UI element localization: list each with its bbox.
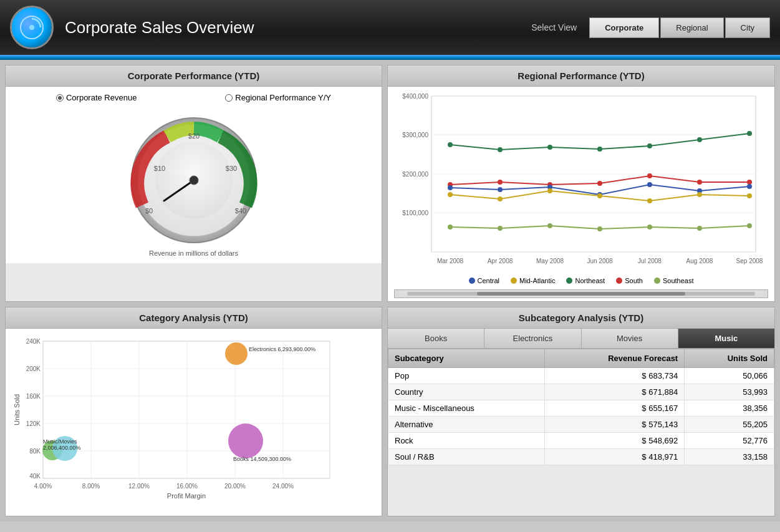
svg-text:2,006,400.00%: 2,006,400.00% (43, 445, 81, 451)
accent-bar (0, 55, 780, 60)
svg-point-53 (597, 193, 602, 198)
select-view-label: Select View (531, 22, 577, 32)
svg-text:$20: $20 (188, 132, 199, 140)
regional-performance-body: $400,000 $300,000 $200,000 $100,000 Mar … (388, 87, 774, 301)
svg-text:$30: $30 (225, 165, 236, 172)
regional-chart: $400,000 $300,000 $200,000 $100,000 Mar … (394, 90, 768, 271)
table-row: Alternative$ 575,14355,205 (388, 417, 774, 433)
svg-text:$0: $0 (145, 207, 152, 215)
svg-text:Electronics 6,293,900.00%: Electronics 6,293,900.00% (249, 346, 315, 352)
svg-text:Apr 2008: Apr 2008 (488, 258, 513, 264)
svg-point-31 (547, 145, 552, 150)
svg-point-51 (498, 196, 503, 201)
tab-city[interactable]: City (725, 17, 770, 38)
radio-regional-yy[interactable]: Regional Performance Y/Y (225, 93, 331, 102)
svg-text:Jun 2008: Jun 2008 (587, 258, 613, 264)
legend-central: Central (469, 277, 499, 284)
table-cell: 53,993 (685, 384, 774, 400)
radio-corporate-revenue[interactable]: Corporate Revenue (56, 93, 137, 102)
table-cell: Alternative (388, 417, 545, 433)
col-units-sold: Units Sold (685, 349, 774, 368)
gauge: $0 $10 $20 $30 $40 (125, 109, 262, 246)
svg-text:$10: $10 (153, 165, 165, 172)
svg-text:16.00%: 16.00% (176, 483, 198, 490)
svg-point-33 (647, 143, 652, 148)
legend-midatlantic-dot (511, 278, 517, 284)
legend-southeast-label: Southeast (663, 277, 694, 284)
svg-text:Jul 2008: Jul 2008 (638, 258, 662, 264)
table-row: Soul / R&B$ 418,97133,158 (388, 449, 774, 465)
tab-music[interactable]: Music (678, 329, 774, 348)
table-cell: $ 548,692 (544, 433, 684, 449)
svg-point-41 (697, 180, 702, 185)
tab-regional[interactable]: Regional (660, 17, 723, 38)
svg-text:8.00%: 8.00% (82, 483, 100, 490)
table-cell: Music - Miscellaneous (388, 400, 545, 417)
legend-northeast-dot (566, 278, 572, 284)
radio-regional-yy-label: Regional Performance Y/Y (235, 93, 331, 102)
radio-corporate-revenue-circle (56, 94, 64, 102)
svg-text:$400,000: $400,000 (402, 93, 428, 100)
svg-text:12.00%: 12.00% (128, 483, 150, 490)
svg-point-39 (597, 181, 602, 186)
svg-point-40 (647, 173, 652, 178)
radio-row: Corporate Revenue Regional Performance Y… (12, 93, 375, 102)
svg-point-62 (697, 226, 702, 231)
tab-movies[interactable]: Movies (582, 329, 678, 348)
corporate-performance-body: Corporate Revenue Regional Performance Y… (6, 87, 382, 263)
legend-south: South (616, 277, 643, 284)
svg-text:120K: 120K (26, 420, 41, 427)
svg-text:160K: 160K (26, 393, 41, 400)
chart-scrollbar[interactable] (394, 289, 768, 298)
svg-point-57 (448, 225, 453, 230)
svg-point-56 (747, 193, 752, 198)
svg-text:200K: 200K (26, 365, 41, 372)
table-cell: $ 575,143 (544, 417, 684, 433)
svg-point-55 (697, 192, 702, 197)
svg-point-47 (647, 182, 652, 187)
tab-corporate[interactable]: Corporate (589, 17, 659, 38)
category-analysis-title: Category Analysis (YTD) (6, 307, 382, 329)
svg-text:$100,000: $100,000 (402, 210, 428, 216)
table-cell: 38,356 (685, 400, 774, 417)
table-cell: $ 671,884 (544, 384, 684, 400)
svg-point-29 (448, 142, 453, 147)
col-revenue-forecast: Revenue Forecast (544, 349, 684, 368)
table-cell: Pop (388, 368, 545, 384)
table-cell: $ 418,971 (544, 449, 684, 465)
table-cell: 55,205 (685, 417, 774, 433)
svg-point-30 (498, 147, 503, 152)
svg-point-50 (448, 192, 453, 197)
svg-point-32 (597, 147, 602, 152)
tab-electronics[interactable]: Electronics (484, 329, 581, 348)
regional-performance-panel: Regional Performance (YTD) $400,000 $300… (387, 65, 775, 302)
legend-central-label: Central (478, 277, 499, 284)
legend-south-dot (616, 278, 622, 284)
tab-books[interactable]: Books (388, 329, 484, 348)
legend-midatlantic-label: Mid-Atlantic (519, 277, 555, 284)
table-cell: $ 683,734 (544, 368, 684, 384)
svg-point-54 (647, 198, 652, 203)
svg-text:4.00%: 4.00% (34, 483, 52, 490)
view-tabs: Corporate Regional City (589, 17, 770, 38)
svg-point-35 (747, 131, 752, 136)
svg-point-49 (747, 184, 752, 189)
svg-point-63 (747, 223, 752, 228)
svg-point-89 (225, 342, 248, 365)
table-cell: 52,776 (685, 433, 774, 449)
legend-northeast-label: Northeast (575, 277, 605, 284)
chart-legend: Central Mid-Atlantic Northeast South Sou… (394, 277, 768, 284)
regional-performance-title: Regional Performance (YTD) (388, 65, 774, 87)
table-cell: $ 655,167 (544, 400, 684, 417)
svg-point-42 (747, 180, 752, 185)
svg-text:40K: 40K (29, 473, 41, 480)
svg-text:Music/Movies: Music/Movies (43, 438, 77, 445)
svg-text:$200,000: $200,000 (402, 171, 428, 178)
svg-point-93 (228, 423, 263, 458)
table-cell: Country (388, 384, 545, 400)
svg-text:Aug 2008: Aug 2008 (686, 258, 713, 264)
svg-text:Units Sold: Units Sold (13, 394, 21, 425)
category-analysis-panel: Category Analysis (YTD) 240K 200K (5, 307, 382, 516)
svg-text:20.00%: 20.00% (224, 483, 246, 490)
legend-midatlantic: Mid-Atlantic (511, 277, 555, 284)
